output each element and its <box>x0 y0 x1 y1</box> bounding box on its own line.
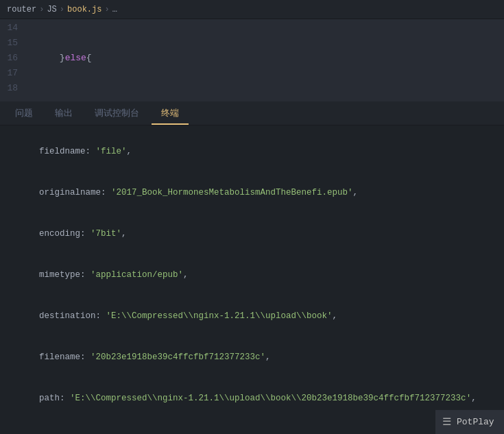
terminal-line-3: encoding: '7bit', <box>8 213 496 254</box>
line-numbers: 14 15 16 17 18 <box>0 19 25 101</box>
terminal-line-7: path: 'E:\\Compressed\\nginx-1.21.1\\upl… <box>8 378 496 419</box>
terminal-line-8: size: 861253 <box>8 419 496 434</box>
terminal-line-1: fieldname: 'file', <box>8 131 496 172</box>
terminal-line-5: destination: 'E:\\Compressed\\nginx-1.21… <box>8 296 496 337</box>
breadcrumb-sep2: › <box>60 5 64 14</box>
code-editor: 14 15 16 17 18 }else{ const book=new Boo… <box>0 19 504 101</box>
terminal-line-4: mimetype: 'application/epub', <box>8 254 496 296</box>
terminal-line-2: originalname: '2017_Book_HormonesMetabol… <box>8 172 496 213</box>
terminal-line-6: filename: '20b23e1918be39c4ffcfbf7123772… <box>8 337 496 378</box>
breadcrumb-router[interactable]: router <box>7 5 36 14</box>
code-line-15: const book=new Book(req.file) <box>27 81 504 101</box>
potplayer-label: PotPlay <box>457 417 494 427</box>
tab-problems[interactable]: 问题 <box>5 103 43 125</box>
breadcrumb-ellipsis: … <box>112 5 117 14</box>
potplayer-bar[interactable]: ☰ PotPlay <box>435 410 504 434</box>
potplayer-menu-icon: ☰ <box>442 415 451 429</box>
code-content: }else{ const book=new Book(req.file) con… <box>25 19 504 101</box>
terminal-output[interactable]: fieldname: 'file', originalname: '2017_B… <box>0 125 504 434</box>
breadcrumb: router › JS › book.js › … <box>0 0 504 19</box>
line-num-16: 16 <box>7 51 18 66</box>
line-num-15: 15 <box>7 36 18 51</box>
breadcrumb-sep3: › <box>104 5 109 14</box>
line-num-17: 17 <box>7 66 18 81</box>
line-num-14: 14 <box>7 21 18 36</box>
panel-tabs: 问题 输出 调试控制台 终端 <box>0 101 504 125</box>
tab-terminal[interactable]: 终端 <box>152 103 189 125</box>
tab-debug[interactable]: 调试控制台 <box>85 103 149 125</box>
line-num-18: 18 <box>7 81 18 96</box>
tab-output[interactable]: 输出 <box>45 103 82 125</box>
breadcrumb-sep1: › <box>39 5 44 14</box>
breadcrumb-file[interactable]: book.js <box>67 5 101 14</box>
breadcrumb-js[interactable]: JS <box>47 5 56 14</box>
code-line-14: }else{ <box>27 21 504 81</box>
